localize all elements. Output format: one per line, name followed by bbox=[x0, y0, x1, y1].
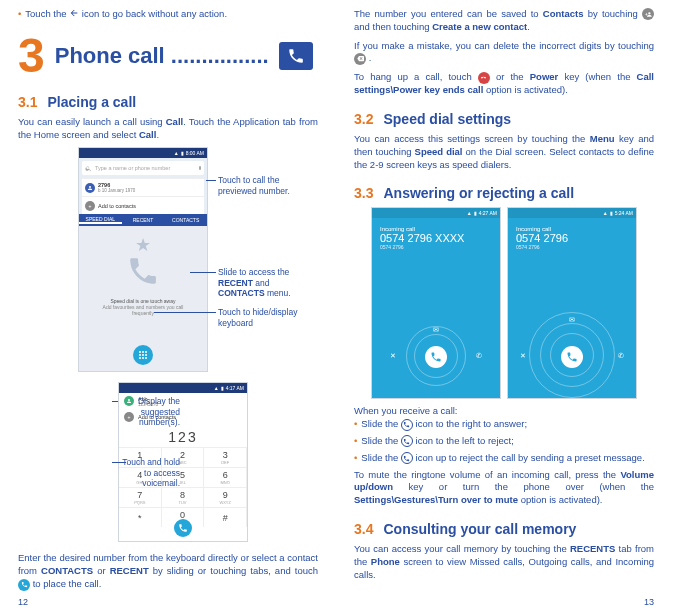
keypad-key[interactable]: * bbox=[119, 507, 162, 527]
suggested-contact-row[interactable]: 2796 b 10 January 1970 bbox=[82, 178, 204, 196]
dialer-tabs: SPEED DIAL RECENT CONTACTS bbox=[79, 214, 207, 226]
handset-large-icon bbox=[126, 254, 160, 288]
incoming-number: 0574 2796 bbox=[516, 232, 636, 244]
phone-icon bbox=[566, 351, 578, 363]
search-icon bbox=[85, 165, 92, 172]
section-number: 3.4 bbox=[354, 521, 373, 537]
message-ring-icon bbox=[401, 452, 413, 464]
answer-ring-icon bbox=[401, 419, 413, 431]
status-bar: ▲ ▮ 4:27 AM bbox=[372, 208, 500, 218]
search-placeholder: Type a name or phone number bbox=[95, 165, 170, 171]
tab-contacts[interactable]: CONTACTS bbox=[164, 217, 207, 223]
save-contacts-para: The number you entered can be saved to C… bbox=[354, 8, 654, 34]
keypad-key[interactable]: 7PQRS bbox=[119, 487, 162, 507]
annotation-line bbox=[190, 272, 216, 273]
mic-icon bbox=[199, 166, 201, 170]
bullet-dot: • bbox=[354, 418, 357, 431]
speed-dial-tip: Speed dial is one touch away Add favouri… bbox=[93, 298, 193, 316]
annotation-line bbox=[154, 312, 216, 313]
answer-handle[interactable] bbox=[425, 346, 447, 368]
keypad-key[interactable]: 6MNO bbox=[204, 467, 247, 487]
answer-handle[interactable] bbox=[561, 346, 583, 368]
add-person-icon bbox=[642, 8, 654, 20]
keypad-dots-icon bbox=[139, 351, 147, 359]
mute-para: To mute the ringtone volume of an incomi… bbox=[354, 469, 654, 507]
status-time: 5:24 AM bbox=[615, 210, 633, 216]
section-title: Placing a call bbox=[47, 94, 136, 110]
search-bar[interactable]: Type a name or phone number bbox=[82, 161, 204, 175]
screenshot-2-wrap: ▲ ▮ 4:17 AM Abc 12345678 + Add to contac… bbox=[118, 382, 318, 542]
keypad-key[interactable]: # bbox=[204, 507, 247, 527]
reject-ring-icon bbox=[401, 435, 413, 447]
back-arrow-icon bbox=[69, 8, 79, 22]
placing-call-outro: Enter the desired number from the keyboa… bbox=[18, 552, 318, 590]
annotation-line bbox=[112, 401, 118, 402]
section-3-3-header: 3.3 Answering or rejecting a call bbox=[354, 185, 654, 201]
back-bullet: • Touch the icon to go back without any … bbox=[18, 8, 318, 22]
page-left: • Touch the icon to go back without any … bbox=[0, 0, 336, 613]
section-3-4-header: 3.4 Consulting your call memory bbox=[354, 521, 654, 537]
chapter-number: 3 bbox=[18, 32, 45, 80]
incoming-number: 0574 2796 XXXX bbox=[380, 232, 500, 244]
status-time: 4:27 AM bbox=[479, 210, 497, 216]
when-receive-label: When you receive a call: bbox=[354, 405, 654, 418]
reject-hint-icon: ✕ bbox=[520, 352, 526, 360]
section-title: Answering or rejecting a call bbox=[383, 185, 574, 201]
answer-hint-icon: ✆ bbox=[476, 352, 482, 360]
add-to-contacts-row[interactable]: + Add to contacts bbox=[82, 196, 204, 214]
battery-icon: ▮ bbox=[474, 210, 477, 216]
call-memory-para: You can access your call memory by touch… bbox=[354, 543, 654, 581]
add-contact-icon: + bbox=[85, 201, 95, 211]
bullet-reject: • Slide the icon to the left to reject; bbox=[354, 435, 654, 448]
incoming-call-screenshot-a: ▲ ▮ 4:27 AM Incoming call 0574 2796 XXXX… bbox=[371, 207, 501, 399]
star-icon: ★ bbox=[135, 234, 151, 256]
keypad-fab[interactable] bbox=[133, 345, 153, 365]
speed-dial-para: You can access this settings screen by t… bbox=[354, 133, 654, 171]
tab-recent[interactable]: RECENT bbox=[122, 217, 165, 223]
add-contacts-label: Add to contacts bbox=[98, 203, 136, 209]
speed-dial-body: ★ Speed dial is one touch away Add favou… bbox=[79, 226, 207, 371]
status-bar: ▲ ▮ 8:00 AM bbox=[79, 148, 207, 158]
call-fab[interactable] bbox=[174, 519, 192, 537]
status-bar: ▲ ▮ 4:17 AM bbox=[119, 383, 247, 393]
bullet-reject-text: Slide the icon to the left to reject; bbox=[361, 435, 654, 448]
bullet-dot: • bbox=[354, 435, 357, 448]
incoming-sub: 0574 2796 bbox=[380, 244, 500, 250]
keypad-key[interactable]: 3DEF bbox=[204, 447, 247, 467]
section-title: Consulting your call memory bbox=[383, 521, 576, 537]
status-bar: ▲ ▮ 5:24 AM bbox=[508, 208, 636, 218]
incoming-call-screenshots: ▲ ▮ 4:27 AM Incoming call 0574 2796 XXXX… bbox=[354, 207, 654, 399]
signal-icon: ▲ bbox=[214, 385, 219, 391]
annotation-touch-call: Touch to call the previewed number. bbox=[218, 175, 308, 195]
status-time: 8:00 AM bbox=[186, 150, 204, 156]
bullet-dot: • bbox=[354, 452, 357, 465]
message-hint-icon: ✉ bbox=[569, 316, 575, 324]
contact-avatar-icon bbox=[85, 183, 95, 193]
signal-icon: ▲ bbox=[467, 210, 472, 216]
annotation-hide-keyboard: Touch to hide/display keyboard bbox=[218, 307, 308, 327]
page-number-right: 13 bbox=[644, 597, 654, 607]
incoming-call-screenshot-b: ▲ ▮ 5:24 AM Incoming call 0574 2796 0574… bbox=[507, 207, 637, 399]
tab-speed-dial[interactable]: SPEED DIAL bbox=[79, 216, 122, 224]
keypad-key[interactable]: 9WXYZ bbox=[204, 487, 247, 507]
battery-icon: ▮ bbox=[610, 210, 613, 216]
message-hint-icon: ✉ bbox=[433, 326, 439, 334]
section-3-2-header: 3.2 Speed dial settings bbox=[354, 111, 654, 127]
battery-icon: ▮ bbox=[221, 385, 224, 391]
phone-app-icon bbox=[279, 42, 313, 70]
bullet-message: • Slide the icon up to reject the call b… bbox=[354, 452, 654, 465]
placing-call-intro: You can easily launch a call using Call.… bbox=[18, 116, 318, 142]
bullet-answer: • Slide the icon to the right to answer; bbox=[354, 418, 654, 431]
keypad-key[interactable]: 8TUV bbox=[162, 487, 205, 507]
section-3-1-header: 3.1 Placing a call bbox=[18, 94, 318, 110]
page-right: The number you entered can be saved to C… bbox=[336, 0, 672, 613]
delete-digits-para: If you make a mistake, you can delete th… bbox=[354, 40, 654, 66]
phone-icon bbox=[178, 523, 188, 533]
chapter-title: Phone call ................ bbox=[55, 43, 269, 69]
bullet-dot: • bbox=[18, 8, 21, 21]
phone-icon bbox=[430, 351, 442, 363]
section-number: 3.2 bbox=[354, 111, 373, 127]
backspace-icon bbox=[354, 53, 366, 65]
annotation-line bbox=[206, 180, 216, 181]
annotation-slide-recent: Slide to access the RECENT and CONTACTS … bbox=[218, 267, 318, 298]
